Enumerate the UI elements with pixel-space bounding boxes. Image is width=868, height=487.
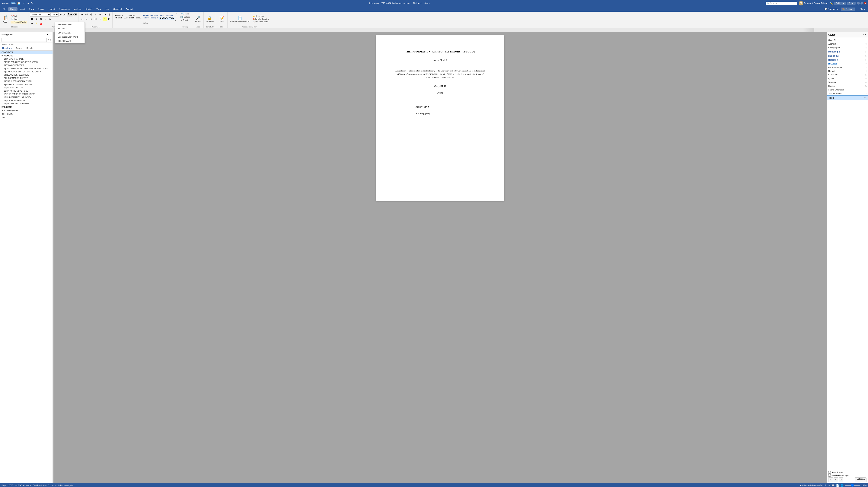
list-item[interactable]: 13 | INFORMATION IS PHYSICAL [0, 96, 53, 99]
nav-tab-pages[interactable]: Pages [14, 46, 24, 51]
increase-indent-button[interactable]: → [98, 12, 102, 17]
new-style-button[interactable]: A [828, 478, 833, 482]
menu-mailings[interactable]: Mailings [72, 7, 83, 11]
list-item[interactable]: Index [0, 116, 53, 119]
style-bibliography-item[interactable]: Bibliography ¶ [827, 46, 868, 50]
numbering-button[interactable]: ≡# [85, 12, 89, 17]
bold-button[interactable]: B [30, 17, 34, 21]
replace-button[interactable]: 🔄 Replace [180, 15, 191, 19]
print-layout-icon[interactable]: 📄 [836, 484, 839, 487]
paste-label[interactable]: Paste [2, 21, 8, 23]
list-item[interactable]: 8 | THE INFORMATIONAL TURN [0, 80, 53, 83]
uppercase-item[interactable]: UPPERCASE [55, 31, 85, 35]
style-approvals[interactable]: ¶ Approvals [114, 14, 123, 17]
align-center-button[interactable]: ☰ [85, 17, 89, 21]
list-item[interactable]: 10 | LIFE'S OWN CODE [0, 86, 53, 89]
subscript-button[interactable]: x₂ [48, 17, 52, 21]
web-layout-icon[interactable]: 🌐 [840, 484, 843, 487]
focus-button[interactable]: Focus [825, 484, 830, 486]
list-item[interactable]: 6 | NEW WIRES, NEW LOGIC [0, 73, 53, 76]
style-hyperlink-item[interactable]: Hyperlink a [827, 62, 868, 65]
justify-button[interactable]: ▤ [94, 17, 98, 21]
menu-sciwheel[interactable]: Sciwheel [112, 7, 124, 11]
style-heading1-item[interactable]: Heading 1 ¶a [827, 50, 868, 54]
grow-font-button[interactable]: A⁺ [59, 13, 63, 17]
menu-editing-button[interactable]: ✏️ Editing ▾ [841, 7, 856, 11]
text-highlight-button[interactable]: A [34, 22, 39, 26]
styles-up-button[interactable]: ▲ [175, 12, 177, 14]
list-item[interactable]: 9 | ENTROPY AND ITS DEMONS [0, 83, 53, 86]
agreement-status-button[interactable]: 📋 Agreement Status [252, 21, 270, 23]
style-heading1[interactable]: AaBbCc Heading 1 [142, 14, 159, 17]
dictate-button[interactable]: 🎤 Dictate [194, 15, 202, 23]
list-item[interactable]: Bibliography [0, 112, 53, 116]
redo-button[interactable]: ↪ [26, 1, 30, 5]
list-item[interactable]: CONTENTS [0, 51, 53, 54]
style-clear-all[interactable]: Clear All [827, 38, 868, 42]
list-item[interactable]: Acknowledgments [0, 109, 53, 112]
font-name-select[interactable]: Garamond [30, 12, 51, 17]
list-item[interactable]: PROLOGUE [0, 54, 53, 57]
paste-button[interactable]: 📋 [2, 15, 10, 21]
fill-sign-button[interactable]: ✍️ Fill and Sign [252, 15, 270, 18]
underline-button[interactable]: U [39, 17, 43, 21]
change-case-button[interactable]: Aa▾ [67, 12, 73, 17]
zoom-slider[interactable] [845, 485, 860, 486]
search-bar[interactable]: 🔍 [766, 2, 797, 5]
style-heading2[interactable]: AaBbCc Heading 2 [142, 17, 159, 19]
comments-button[interactable]: 💬 Comments [823, 7, 839, 11]
list-item[interactable]: 5 | A NERVOUS SYSTEM FOR THE EARTH [0, 70, 53, 73]
menu-view[interactable]: View [94, 7, 103, 11]
save-icon[interactable]: 💾 [17, 2, 20, 5]
clear-formatting-button[interactable]: ⌫ [73, 13, 77, 17]
style-normal-item[interactable]: Normal ¶ [827, 69, 868, 73]
decrease-indent-button[interactable]: ← [94, 12, 98, 17]
menu-review[interactable]: Review [84, 7, 94, 11]
send-signature-button[interactable]: 📤 Send for Signature [252, 18, 270, 20]
menu-references[interactable]: References [57, 7, 71, 11]
share-menu-button[interactable]: ↑ Share [856, 7, 867, 11]
style-title[interactable]: AaBbCc Title [159, 17, 175, 20]
style-heading3[interactable]: AaBbCc Heading 3 [159, 14, 175, 17]
list-item[interactable]: 15 | NEW NEWS EVERY DAY [0, 102, 53, 105]
nav-tab-headings[interactable]: Headings [0, 46, 14, 51]
shrink-font-button[interactable]: A⁻ [63, 13, 67, 17]
close-button[interactable]: ✕ [864, 2, 867, 4]
cut-button[interactable]: ✂️ Cut [10, 15, 27, 18]
list-item[interactable]: 2 | THE PERSISTENCE OF THE WORD [0, 61, 53, 64]
undo-button[interactable]: ↩ [22, 1, 26, 5]
style-heading2-item[interactable]: Heading 2 ¶a [827, 54, 868, 58]
multilevel-button[interactable]: ≡¶ [89, 12, 93, 17]
lowercase-item[interactable]: lowercase [55, 27, 85, 31]
redo-button2[interactable]: ⟳ [30, 1, 34, 5]
list-item[interactable]: 7 | INFORMATION THEORY [0, 76, 53, 80]
search-clear-icon[interactable]: ✕ [48, 39, 49, 41]
line-spacing-button[interactable]: ↕ [98, 17, 102, 21]
style-plain-text-item[interactable]: Plain Text ¶a [827, 73, 868, 76]
nav-close-button[interactable]: ✕ [49, 33, 51, 36]
list-item[interactable]: 12 | THE SENSE OF RANDOMNESS [0, 93, 53, 96]
styles-down-button[interactable]: ▼ [175, 16, 177, 18]
share-button[interactable]: Share [847, 2, 856, 5]
bullets-button[interactable]: ≡• [80, 12, 84, 17]
shading-button[interactable]: A [102, 17, 107, 21]
minimize-button[interactable]: ─ [857, 2, 860, 4]
style-heading3-item[interactable]: Heading 3 ¶a [827, 58, 868, 62]
maximize-button[interactable]: □ [861, 2, 863, 4]
editor-button[interactable]: 📝 Editor [218, 15, 225, 23]
menu-draw[interactable]: Draw [27, 7, 36, 11]
nav-collapse-button[interactable]: ⬆ [46, 33, 49, 36]
sort-button[interactable]: ↕A [102, 12, 107, 17]
autosave-toggle[interactable]: On [11, 2, 16, 4]
style-quote-item[interactable]: Quote ¶a [827, 76, 868, 80]
find-button[interactable]: 🔍 Find ▾ [181, 12, 189, 15]
style-no-space[interactable]: AaBbCcDd No Spac... [124, 17, 142, 19]
style-task03c[interactable]: ¶ Task03C... [124, 14, 142, 17]
style-subtle-emphasis-item[interactable]: Subtle Emphasis a [827, 88, 868, 92]
styles-more-button[interactable]: ▾ [175, 20, 177, 22]
style-signature-item[interactable]: Signature ¶a [827, 80, 868, 84]
superscript-button[interactable]: x² [30, 22, 34, 26]
list-item[interactable]: 14 | AFTER THE FLOOD [0, 99, 53, 102]
disable-linked-checkbox[interactable] [828, 474, 831, 477]
style-subtitle-item[interactable]: Subtitle ¶a [827, 84, 868, 88]
